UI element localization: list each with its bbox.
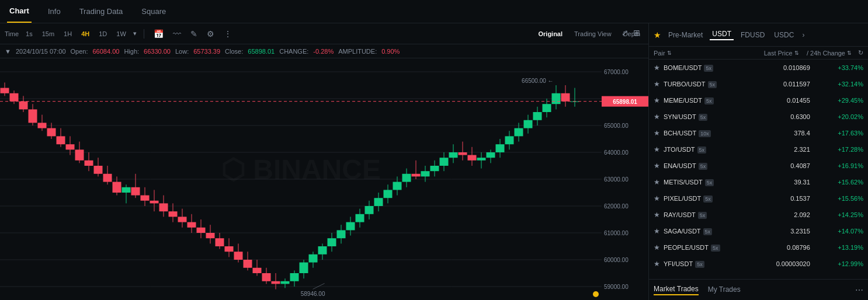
pair-row[interactable]: ★ SAGA/USDT5x 3.2315 +14.07% bbox=[649, 223, 868, 239]
leverage-badge: 5x bbox=[704, 97, 714, 104]
pair-row[interactable]: ★ PIXEL/USDT5x 0.1537 +15.56% bbox=[649, 190, 868, 207]
price-col-header[interactable]: Last Price ⇅ bbox=[733, 50, 799, 57]
pair-star-icon[interactable]: ★ bbox=[654, 96, 660, 104]
pair-star-icon[interactable]: ★ bbox=[654, 162, 660, 170]
pair-change: +14.07% bbox=[810, 228, 863, 235]
interval-1h[interactable]: 1H bbox=[61, 29, 74, 39]
leverage-badge: 5x bbox=[705, 179, 714, 186]
tab-fdusd[interactable]: FDUSD bbox=[738, 31, 767, 39]
price-col-label: Last Price bbox=[764, 50, 793, 57]
expand-icon[interactable]: ⤢ bbox=[622, 28, 629, 37]
settings-icon-bar[interactable]: ⚙ bbox=[204, 28, 217, 40]
refresh-icon[interactable]: ↻ bbox=[852, 49, 863, 57]
tab-my-trades[interactable]: My Trades bbox=[708, 285, 741, 295]
leverage-badge: 5x bbox=[708, 81, 717, 88]
market-tabs-more-icon[interactable]: › bbox=[802, 31, 804, 39]
pair-price: 0.010869 bbox=[744, 64, 810, 71]
leverage-badge: 5x bbox=[697, 146, 707, 154]
pair-row[interactable]: ★ BOME/USDT5x 0.010869 +33.74% bbox=[649, 60, 868, 76]
view-trading[interactable]: Trading View bbox=[571, 29, 615, 39]
pair-price: 0.6300 bbox=[744, 113, 810, 120]
pair-row[interactable]: ★ JTO/USDT5x 2.321 +17.28% bbox=[649, 141, 868, 158]
tab-chart[interactable]: Chart bbox=[7, 0, 32, 23]
pair-change: +14.25% bbox=[810, 211, 863, 218]
tab-info[interactable]: Info bbox=[46, 0, 63, 23]
pair-name: BOME/USDT5x bbox=[664, 64, 744, 71]
tab-trading-data[interactable]: Trading Data bbox=[77, 0, 126, 23]
favorites-star-icon: ★ bbox=[654, 30, 661, 40]
leverage-badge: 5x bbox=[699, 163, 708, 170]
leverage-badge: 5x bbox=[698, 212, 707, 219]
indicator-icon[interactable]: 〰 bbox=[171, 28, 183, 40]
interval-dropdown[interactable]: ▾ bbox=[133, 30, 137, 37]
pair-row[interactable]: ★ METIS/USDT5x 39.31 +15.62% bbox=[649, 174, 868, 190]
right-top-bar: ★ Pre-Market USDT FDUSD USDC › bbox=[649, 23, 868, 47]
pair-col-header[interactable]: Pair ⇅ bbox=[654, 50, 733, 57]
pair-row[interactable]: ★ TURBO/USDT5x 0.011597 +32.14% bbox=[649, 76, 868, 92]
drawing-icon[interactable]: ✎ bbox=[188, 28, 200, 40]
pair-row[interactable]: ★ MEME/USDT5x 0.01455 +29.45% bbox=[649, 92, 868, 109]
chart-canvas-container[interactable] bbox=[0, 58, 648, 300]
leverage-badge: 5x bbox=[704, 65, 713, 72]
pair-name: MEME/USDT5x bbox=[664, 97, 744, 104]
tab-market-trades[interactable]: Market Trades bbox=[654, 285, 699, 295]
tab-usdt[interactable]: USDT bbox=[710, 30, 734, 40]
pair-change: +20.02% bbox=[810, 113, 863, 120]
interval-15m[interactable]: 15m bbox=[40, 29, 57, 39]
pair-star-icon[interactable]: ★ bbox=[654, 194, 660, 203]
pair-star-icon[interactable]: ★ bbox=[654, 113, 660, 121]
pair-name: PEOPLE/USDT5x bbox=[664, 244, 744, 251]
interval-1s[interactable]: 1s bbox=[23, 29, 35, 39]
pair-row[interactable]: ★ PEOPLE/USDT5x 0.08796 +13.19% bbox=[649, 239, 868, 256]
pair-name: TURBO/USDT5x bbox=[664, 81, 744, 88]
pair-price: 2.092 bbox=[744, 211, 810, 218]
pair-price: 0.00003020 bbox=[744, 260, 810, 267]
grid-icon[interactable]: ⊞ bbox=[633, 28, 640, 37]
interval-1w[interactable]: 1W bbox=[114, 29, 129, 39]
tab-pre-market[interactable]: Pre-Market bbox=[666, 31, 705, 39]
pair-price: 39.31 bbox=[744, 179, 810, 186]
calendar-icon[interactable]: 📅 bbox=[151, 28, 166, 40]
candlestick-chart[interactable] bbox=[0, 58, 648, 300]
pair-row[interactable]: ★ ENA/USDT5x 0.4087 +16.91% bbox=[649, 158, 868, 174]
pair-change: +12.99% bbox=[810, 260, 863, 267]
pair-star-icon[interactable]: ★ bbox=[654, 211, 660, 219]
pair-change: +33.74% bbox=[810, 64, 863, 71]
pair-row[interactable]: ★ SYN/USDT5x 0.6300 +20.02% bbox=[649, 109, 868, 125]
pair-star-icon[interactable]: ★ bbox=[654, 145, 660, 154]
pair-name: SYN/USDT5x bbox=[664, 113, 744, 120]
pair-star-icon[interactable]: ★ bbox=[654, 64, 660, 72]
tab-square[interactable]: Square bbox=[139, 0, 168, 23]
ohlc-date: 2024/10/15 07:00 bbox=[16, 48, 66, 55]
change-col-header[interactable]: / 24h Change ⇅ bbox=[799, 50, 852, 57]
pair-star-icon[interactable]: ★ bbox=[654, 260, 660, 268]
bottom-tabs-more-icon[interactable]: ⋯ bbox=[855, 285, 863, 295]
pair-row[interactable]: ★ RAY/USDT5x 2.092 +14.25% bbox=[649, 207, 868, 223]
more-icon[interactable]: ⋮ bbox=[221, 28, 234, 40]
ohlc-high-label: High: bbox=[124, 48, 139, 55]
change-sort-icon: ⇅ bbox=[847, 50, 852, 56]
pair-name: SAGA/USDT5x bbox=[664, 228, 744, 235]
interval-4h[interactable]: 4H bbox=[79, 29, 92, 39]
tab-usdc[interactable]: USDC bbox=[772, 31, 796, 39]
pair-star-icon[interactable]: ★ bbox=[654, 80, 660, 88]
view-original[interactable]: Original bbox=[534, 29, 566, 39]
pair-star-icon[interactable]: ★ bbox=[654, 129, 660, 137]
pair-star-icon[interactable]: ★ bbox=[654, 243, 660, 252]
interval-1d[interactable]: 1D bbox=[96, 29, 109, 39]
ohlc-amplitude-value: 0.90% bbox=[381, 48, 400, 55]
main-content: Time 1s 15m 1H 4H 1D 1W ▾ 📅 〰 ✎ ⚙ ⋮ Orig… bbox=[0, 23, 868, 300]
pair-star-icon[interactable]: ★ bbox=[654, 227, 660, 235]
leverage-badge: 5x bbox=[703, 228, 713, 235]
pair-row[interactable]: ★ YFI/USDT5x 0.00003020 +12.99% bbox=[649, 256, 868, 272]
ohlc-close-label: Close: bbox=[225, 48, 243, 55]
pair-price: 0.08796 bbox=[744, 244, 810, 251]
pair-name: ENA/USDT5x bbox=[664, 162, 744, 169]
bottom-tabs: Market Trades My Trades ⋯ bbox=[649, 279, 868, 300]
ohlc-bar: ▼ 2024/10/15 07:00 Open: 66084.00 High: … bbox=[0, 44, 648, 58]
right-panel: ★ Pre-Market USDT FDUSD USDC › Pair ⇅ La… bbox=[649, 23, 868, 300]
leverage-badge: 5x bbox=[699, 114, 708, 121]
pair-row[interactable]: ★ BCH/USDT10x 378.4 +17.63% bbox=[649, 125, 868, 141]
ohlc-high-value: 66330.00 bbox=[144, 48, 171, 55]
pair-star-icon[interactable]: ★ bbox=[654, 178, 660, 186]
